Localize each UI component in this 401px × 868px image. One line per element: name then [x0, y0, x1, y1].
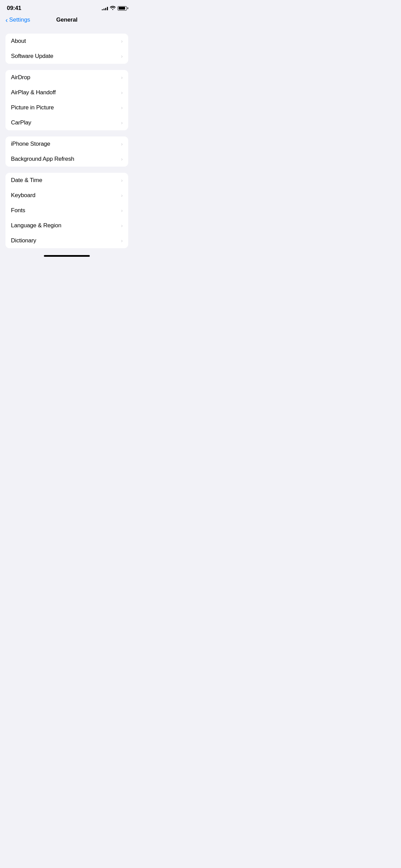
back-label: Settings — [9, 16, 30, 23]
chevron-icon-about: › — [121, 38, 123, 44]
list-item-date-time[interactable]: Date & Time › — [5, 173, 128, 188]
battery-icon — [118, 6, 127, 11]
chevron-icon-background-app-refresh: › — [121, 156, 123, 162]
list-item-language-region[interactable]: Language & Region › — [5, 218, 128, 233]
list-item-airplay-handoff[interactable]: AirPlay & Handoff › — [5, 85, 128, 100]
status-time: 09:41 — [7, 5, 21, 12]
home-indicator — [0, 252, 134, 260]
home-bar — [44, 255, 90, 257]
item-label-about: About — [11, 38, 26, 45]
item-label-software-update: Software Update — [11, 53, 53, 60]
list-item-background-app-refresh[interactable]: Background App Refresh › — [5, 152, 128, 167]
list-item-about[interactable]: About › — [5, 34, 128, 49]
chevron-icon-keyboard: › — [121, 193, 123, 198]
item-label-iphone-storage: iPhone Storage — [11, 141, 50, 147]
chevron-icon-fonts: › — [121, 208, 123, 213]
signal-icon — [102, 6, 108, 10]
item-label-language-region: Language & Region — [11, 222, 61, 229]
chevron-icon-language-region: › — [121, 223, 123, 228]
item-label-airplay-handoff: AirPlay & Handoff — [11, 89, 56, 96]
item-label-carplay: CarPlay — [11, 119, 31, 126]
page-title: General — [56, 16, 77, 23]
chevron-icon-airdrop: › — [121, 75, 123, 80]
item-label-fonts: Fonts — [11, 207, 25, 214]
list-item-software-update[interactable]: Software Update › — [5, 49, 128, 64]
list-item-iphone-storage[interactable]: iPhone Storage › — [5, 136, 128, 152]
back-button[interactable]: ‹ Settings — [5, 16, 30, 23]
chevron-icon-picture-in-picture: › — [121, 105, 123, 110]
item-label-date-time: Date & Time — [11, 177, 42, 184]
chevron-icon-airplay-handoff: › — [121, 90, 123, 95]
chevron-icon-dictionary: › — [121, 238, 123, 243]
status-bar: 09:41 — [0, 0, 134, 14]
item-label-dictionary: Dictionary — [11, 237, 36, 244]
chevron-icon-software-update: › — [121, 53, 123, 59]
chevron-icon-carplay: › — [121, 120, 123, 125]
section-language-input: Date & Time › Keyboard › Fonts › Languag… — [5, 173, 128, 248]
section-connectivity: AirDrop › AirPlay & Handoff › Picture in… — [5, 70, 128, 130]
item-label-picture-in-picture: Picture in Picture — [11, 104, 54, 111]
back-chevron-icon: ‹ — [5, 16, 8, 23]
section-device-info: About › Software Update › — [5, 34, 128, 64]
item-label-airdrop: AirDrop — [11, 74, 30, 81]
list-item-picture-in-picture[interactable]: Picture in Picture › — [5, 100, 128, 115]
list-item-fonts[interactable]: Fonts › — [5, 203, 128, 218]
item-label-keyboard: Keyboard — [11, 192, 35, 199]
list-item-keyboard[interactable]: Keyboard › — [5, 188, 128, 203]
item-label-background-app-refresh: Background App Refresh — [11, 156, 74, 162]
list-item-dictionary[interactable]: Dictionary › — [5, 233, 128, 248]
chevron-icon-date-time: › — [121, 178, 123, 183]
chevron-icon-iphone-storage: › — [121, 141, 123, 147]
status-icons — [102, 6, 127, 11]
section-storage: iPhone Storage › Background App Refresh … — [5, 136, 128, 167]
nav-header: ‹ Settings General — [0, 14, 134, 27]
list-item-airdrop[interactable]: AirDrop › — [5, 70, 128, 85]
wifi-icon — [110, 6, 116, 11]
list-item-carplay[interactable]: CarPlay › — [5, 115, 128, 130]
